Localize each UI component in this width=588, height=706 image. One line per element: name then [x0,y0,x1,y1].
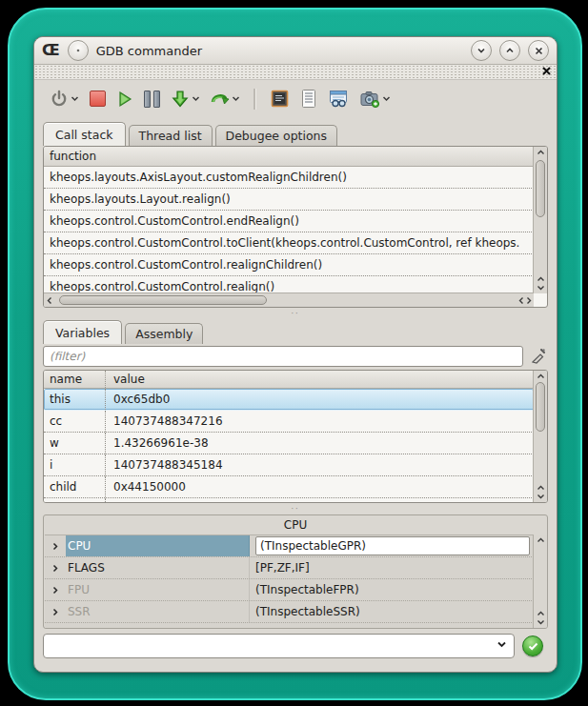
run-options-button[interactable] [48,88,81,111]
variable-row[interactable]: b 1.43266961e-38 [44,498,534,503]
expand-arrow-icon[interactable] [45,579,66,600]
close-button[interactable] [528,40,549,61]
tab-variables[interactable]: Variables [43,320,122,344]
variables-tabbar: Variables Assembly [34,319,557,344]
scroll-right-icon[interactable] [526,296,532,305]
dock-close-button[interactable] [541,66,552,76]
callstack-vertical-scrollbar[interactable] [533,147,547,293]
scrollbar-thumb[interactable] [536,160,545,217]
desktop-background: Œ GDB commander [0,0,588,706]
scroll-up-icon[interactable] [534,485,547,491]
pause-icon [144,91,160,108]
callstack-column-header[interactable]: function [44,147,534,167]
scroll-up-icon[interactable] [534,373,547,379]
variable-name: child [46,476,106,497]
variable-name: w [46,433,106,454]
step-into-button[interactable] [169,88,202,111]
scroll-down-icon[interactable] [534,285,547,291]
expand-arrow-icon[interactable] [45,601,66,622]
app-logo-icon: Œ [42,43,60,58]
register-group-value: (TInspectableFPR) [250,579,534,600]
cpu-inspector: CPU CPU (TInspectableGPR) FLAGS [PF,ZF,I… [43,514,548,629]
register-group-name: FPU [66,579,250,600]
scroll-up-icon[interactable] [534,611,547,616]
scroll-down-icon[interactable] [534,494,547,499]
tab-thread-list[interactable]: Thread list [129,125,213,146]
stack-list-button[interactable] [298,87,319,111]
cpu-register-row[interactable]: FLAGS [PF,ZF,IF] [45,557,534,579]
chevron-down-icon[interactable] [497,640,507,649]
cpu-register-row[interactable]: SSR (TInspectableSSR) [45,601,534,623]
tab-call-stack[interactable]: Call stack [43,122,126,146]
watches-icon [328,90,349,108]
variable-row[interactable]: i 140737488345184 [44,454,534,476]
register-group-name: CPU [66,535,250,556]
callstack-row[interactable]: kheops.layouts.Layout.realign() [44,189,534,211]
tab-debugee-options[interactable]: Debugee options [215,125,338,146]
scroll-down-icon[interactable] [534,619,547,625]
register-group-name: FLAGS [66,557,250,578]
variables-column-headers: name value [44,371,534,389]
cpu-register-row[interactable]: FPU (TInspectableFPR) [45,579,534,601]
cpu-rows: CPU (TInspectableGPR) FLAGS [PF,ZF,IF] F… [45,535,534,628]
watches-button[interactable] [326,88,351,110]
cpu-view-icon [270,89,290,109]
variable-row[interactable]: w 1.43266961e-38 [44,433,534,454]
continue-button[interactable] [114,89,135,110]
splitter-handle[interactable]: ·· [34,308,557,319]
chevron-down-icon [382,95,391,102]
pause-button[interactable] [142,89,162,110]
callstack-rows: kheops.layouts.AxisLayout.customRealignC… [44,167,534,298]
callstack-row[interactable]: kheops.control.CustomControl.realignChil… [44,254,534,276]
column-header-value[interactable]: value [106,373,145,386]
callstack-horizontal-scrollbar[interactable] [44,292,534,307]
step-over-button[interactable] [209,89,242,110]
scroll-up-icon[interactable] [534,150,547,155]
scrollbar-thumb[interactable] [536,382,545,432]
minimize-button[interactable] [471,40,492,61]
cpu-view-button[interactable] [268,87,292,111]
scroll-arrow-group [518,293,532,307]
gdb-commander-window: Œ GDB commander [33,36,558,673]
callstack-panel: function kheops.layouts.AxisLayout.custo… [43,146,548,308]
titlebar[interactable]: Œ GDB commander [34,37,557,65]
snapshot-button[interactable] [357,88,393,111]
variable-value: 140737488347216 [106,414,223,428]
cpu-vertical-scrollbar[interactable] [533,535,547,628]
register-value-editbox[interactable]: (TInspectableGPR) [255,536,530,555]
stop-button[interactable] [88,89,108,109]
expand-arrow-icon[interactable] [45,557,66,578]
maximize-button[interactable] [499,40,520,61]
scroll-left-icon[interactable] [47,293,52,307]
scroll-left-icon[interactable] [518,296,524,305]
scroll-up-icon[interactable] [534,537,547,543]
variable-name: b [46,498,106,503]
callstack-row[interactable]: kheops.control.CustomControl.toClient(kh… [44,232,534,254]
window-title: GDB commander [96,44,202,58]
column-header-name[interactable]: name [50,371,106,388]
command-combobox[interactable] [43,634,515,658]
variable-row[interactable]: cc 140737488347216 [44,411,534,433]
callstack-row[interactable]: kheops.layouts.AxisLayout.customRealignC… [44,167,534,189]
variables-vertical-scrollbar[interactable] [533,371,547,502]
splitter-handle[interactable]: ·· [34,503,557,514]
variable-name: cc [46,411,106,432]
scrollbar-thumb[interactable] [59,295,267,305]
window-menu-button[interactable] [68,40,89,61]
dock-handle[interactable] [34,65,557,80]
expand-arrow-icon[interactable] [45,535,66,556]
callstack-row[interactable]: kheops.control.CustomControl.endRealign(… [44,211,534,232]
dot-icon [76,49,80,52]
clear-filter-button[interactable] [529,347,548,366]
cpu-register-row[interactable]: CPU (TInspectableGPR) [45,535,534,557]
variable-row[interactable]: child 0x44150000 [44,476,534,498]
step-into-icon [171,90,190,109]
command-bar [43,634,543,658]
execute-command-button[interactable] [522,635,543,656]
filter-input[interactable] [43,346,523,367]
cpu-group-title: CPU [44,515,547,535]
variable-row[interactable]: this 0xc65db0 [44,389,534,411]
tab-assembly[interactable]: Assembly [125,323,203,344]
chevron-down-icon [192,95,200,102]
scroll-up-icon[interactable] [534,276,547,282]
